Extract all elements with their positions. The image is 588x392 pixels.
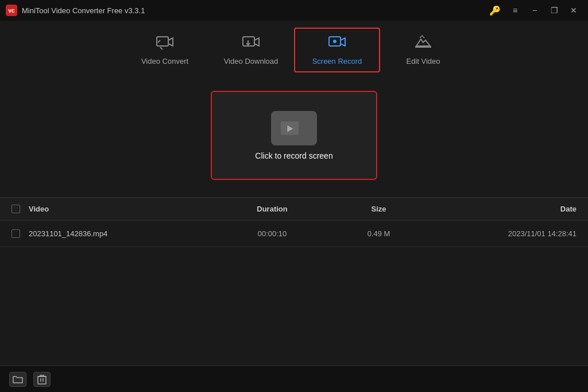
titlebar-controls: 🔑 ≡ − ❐ ✕	[489, 4, 582, 17]
record-icon-bg	[271, 111, 317, 145]
tab-video-convert[interactable]: Video Convert	[122, 28, 208, 72]
tab-video-download[interactable]: Video Download	[208, 28, 294, 72]
row-duration: 00:00:10	[211, 229, 333, 238]
tab-edit-video[interactable]: Edit Video	[380, 28, 466, 72]
table-header: Video Duration Size Date	[0, 198, 588, 221]
maximize-button[interactable]: ❐	[546, 4, 563, 17]
video-download-icon	[242, 34, 260, 53]
svg-point-3	[333, 40, 336, 43]
tab-video-convert-label: Video Convert	[141, 57, 188, 66]
app-logo: vc	[6, 5, 17, 16]
table-row: 20231101_142836.mp4 00:00:10 0.49 M 2023…	[0, 221, 588, 247]
svg-marker-6	[299, 121, 306, 134]
delete-button[interactable]	[33, 372, 51, 387]
screen-record-icon	[328, 34, 346, 53]
app-title: MiniTool Video Converter Free v3.3.1	[22, 6, 145, 15]
tab-edit-video-label: Edit Video	[406, 57, 440, 66]
minimize-button[interactable]: −	[526, 4, 543, 17]
row-filename: 20231101_142836.mp4	[29, 229, 211, 238]
svg-rect-7	[38, 376, 46, 384]
titlebar: vc MiniTool Video Converter Free v3.3.1 …	[0, 0, 588, 21]
header-video: Video	[29, 205, 211, 213]
tab-video-download-label: Video Download	[224, 57, 278, 66]
header-checkbox[interactable]	[11, 205, 20, 213]
record-label: Click to record screen	[255, 151, 332, 160]
titlebar-left: vc MiniTool Video Converter Free v3.3.1	[6, 5, 145, 16]
edit-video-icon	[414, 34, 432, 53]
row-checkbox-col	[11, 229, 29, 238]
navbar: Video Convert Video Download Screen Reco…	[0, 21, 588, 79]
tab-screen-record[interactable]: Screen Record	[294, 28, 380, 72]
header-duration: Duration	[211, 205, 333, 213]
menu-button[interactable]: ≡	[506, 4, 524, 17]
table-section: Video Duration Size Date 20231101_142836…	[0, 197, 588, 247]
row-date: 2023/11/01 14:28:41	[424, 229, 577, 238]
tab-screen-record-label: Screen Record	[312, 57, 362, 66]
main-content: Click to record screen	[0, 79, 588, 197]
header-size: Size	[333, 205, 424, 213]
header-date: Date	[424, 205, 577, 213]
key-icon: 🔑	[489, 5, 501, 16]
header-checkbox-col	[11, 205, 29, 213]
video-convert-icon	[156, 34, 174, 53]
close-button[interactable]: ✕	[565, 4, 582, 17]
row-checkbox[interactable]	[11, 229, 20, 238]
record-button[interactable]: Click to record screen	[211, 91, 377, 180]
bottom-bar	[0, 366, 588, 392]
row-size: 0.49 M	[333, 229, 424, 238]
open-folder-button[interactable]	[9, 372, 26, 387]
